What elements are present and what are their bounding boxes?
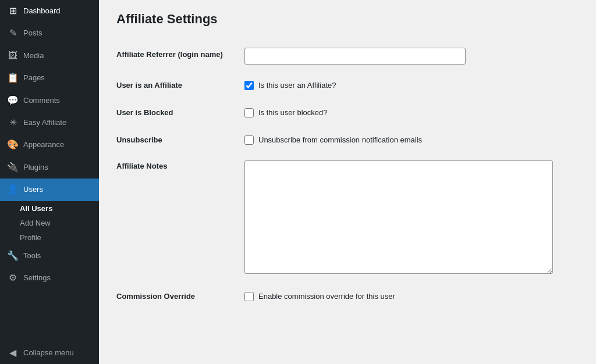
user-is-blocked-checkbox[interactable] bbox=[244, 108, 254, 117]
field-row-user-is-affiliate: User is an Affiliate Is this user an Aff… bbox=[116, 72, 579, 99]
user-is-affiliate-label[interactable]: Is this user an Affiliate? bbox=[244, 81, 579, 90]
sidebar-item-tools[interactable]: 🔧 Tools bbox=[0, 245, 99, 267]
field-cell-user-is-blocked: Is this user blocked? bbox=[244, 99, 579, 126]
dashboard-icon: ⊞ bbox=[7, 5, 19, 17]
field-label-user-is-affiliate: User is an Affiliate bbox=[116, 72, 244, 99]
easy-affiliate-icon: ✳ bbox=[7, 116, 19, 129]
sidebar-item-label: Tools bbox=[23, 251, 41, 261]
user-is-affiliate-checkbox[interactable] bbox=[244, 81, 254, 90]
field-row-unsubscribe: Unsubscribe Unsubscribe from commission … bbox=[116, 126, 579, 154]
collapse-label: Collapse menu bbox=[23, 348, 74, 358]
sidebar: ⊞ Dashboard ✎ Posts 🖼 Media 📋 Pages 💬 Co… bbox=[0, 0, 99, 364]
sidebar-item-label: Media bbox=[23, 51, 44, 61]
affiliate-settings-form: Affiliate Referrer (login name) User is … bbox=[116, 41, 579, 310]
sidebar-item-label: Settings bbox=[23, 273, 51, 283]
page-title: Affiliate Settings bbox=[116, 12, 579, 27]
users-submenu: All Users Add New Profile bbox=[0, 201, 99, 245]
unsubscribe-text: Unsubscribe from commission notification… bbox=[258, 135, 422, 144]
sidebar-item-plugins[interactable]: 🔌 Plugins bbox=[0, 156, 99, 179]
sidebar-item-label: Plugins bbox=[23, 162, 48, 173]
submenu-add-new[interactable]: Add New bbox=[0, 216, 99, 230]
field-row-affiliate-referrer: Affiliate Referrer (login name) bbox=[116, 41, 579, 72]
collapse-menu-button[interactable]: ◀ Collapse menu bbox=[0, 342, 99, 364]
field-label-affiliate-notes: Affiliate Notes bbox=[116, 154, 244, 283]
affiliate-referrer-input[interactable] bbox=[244, 48, 466, 65]
sidebar-item-posts[interactable]: ✎ Posts bbox=[0, 22, 99, 44]
sidebar-item-appearance[interactable]: 🎨 Appearance bbox=[0, 134, 99, 156]
main-content: Affiliate Settings Affiliate Referrer (l… bbox=[99, 0, 596, 364]
sidebar-item-label: Comments bbox=[23, 95, 60, 106]
commission-override-checkbox[interactable] bbox=[244, 292, 254, 301]
field-cell-affiliate-referrer bbox=[244, 41, 579, 72]
field-label-user-is-blocked: User is Blocked bbox=[116, 99, 244, 126]
field-cell-commission-override: Enable commission override for this user bbox=[244, 283, 579, 310]
field-cell-affiliate-notes bbox=[244, 154, 579, 283]
field-cell-user-is-affiliate: Is this user an Affiliate? bbox=[244, 72, 579, 99]
submenu-profile[interactable]: Profile bbox=[0, 230, 99, 245]
sidebar-item-pages[interactable]: 📋 Pages bbox=[0, 67, 99, 89]
posts-icon: ✎ bbox=[7, 27, 19, 40]
sidebar-item-label: Users bbox=[23, 184, 43, 195]
affiliate-notes-textarea[interactable] bbox=[244, 160, 553, 274]
pages-icon: 📋 bbox=[7, 72, 19, 84]
field-row-user-is-blocked: User is Blocked Is this user blocked? bbox=[116, 99, 579, 126]
settings-icon: ⚙ bbox=[7, 272, 19, 284]
field-row-affiliate-notes: Affiliate Notes bbox=[116, 154, 579, 283]
sidebar-item-easy-affiliate[interactable]: ✳ Easy Affiliate bbox=[0, 112, 99, 134]
appearance-icon: 🎨 bbox=[7, 138, 19, 151]
commission-override-label[interactable]: Enable commission override for this user bbox=[244, 292, 579, 301]
user-is-blocked-label[interactable]: Is this user blocked? bbox=[244, 108, 579, 117]
unsubscribe-checkbox[interactable] bbox=[244, 135, 254, 145]
sidebar-item-label: Pages bbox=[23, 73, 45, 83]
sidebar-item-label: Easy Affiliate bbox=[23, 117, 66, 128]
field-label-affiliate-referrer: Affiliate Referrer (login name) bbox=[116, 41, 244, 72]
user-is-blocked-text: Is this user blocked? bbox=[258, 108, 328, 117]
field-label-commission-override: Commission Override bbox=[116, 283, 244, 310]
unsubscribe-label[interactable]: Unsubscribe from commission notification… bbox=[244, 135, 579, 145]
media-icon: 🖼 bbox=[7, 49, 19, 62]
sidebar-item-settings[interactable]: ⚙ Settings bbox=[0, 267, 99, 289]
field-row-commission-override: Commission Override Enable commission ov… bbox=[116, 283, 579, 310]
user-is-affiliate-text: Is this user an Affiliate? bbox=[258, 81, 336, 90]
sidebar-item-label: Appearance bbox=[23, 140, 64, 150]
sidebar-item-label: Posts bbox=[23, 28, 42, 38]
field-cell-unsubscribe: Unsubscribe from commission notification… bbox=[244, 126, 579, 154]
field-label-unsubscribe: Unsubscribe bbox=[116, 126, 244, 154]
sidebar-item-comments[interactable]: 💬 Comments bbox=[0, 90, 99, 112]
users-icon: 👤 bbox=[7, 183, 19, 196]
sidebar-item-media[interactable]: 🖼 Media bbox=[0, 45, 99, 67]
tools-icon: 🔧 bbox=[7, 249, 19, 262]
sidebar-item-dashboard[interactable]: ⊞ Dashboard bbox=[0, 0, 99, 22]
commission-override-text: Enable commission override for this user bbox=[258, 292, 395, 301]
plugins-icon: 🔌 bbox=[7, 161, 19, 174]
submenu-all-users[interactable]: All Users bbox=[0, 201, 99, 216]
sidebar-item-users[interactable]: 👤 Users bbox=[0, 179, 99, 201]
sidebar-item-label: Dashboard bbox=[23, 6, 61, 16]
comments-icon: 💬 bbox=[7, 94, 19, 107]
collapse-icon: ◀ bbox=[7, 347, 19, 359]
